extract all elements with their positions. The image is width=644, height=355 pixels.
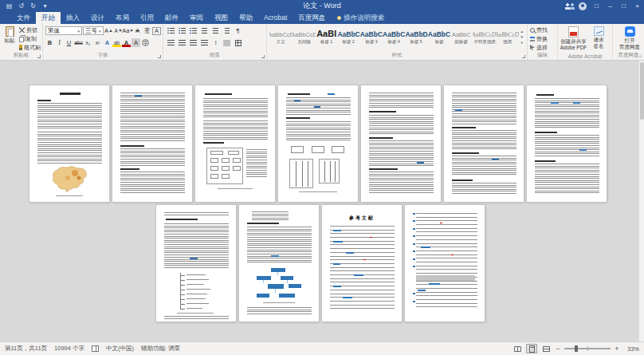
- scroll-up-icon[interactable]: ▲: [520, 30, 524, 34]
- font-name-select[interactable]: 宋体 ▾: [45, 26, 82, 35]
- paste-button[interactable]: 粘贴: [2, 26, 17, 52]
- page-8[interactable]: [156, 205, 236, 321]
- scroll-down-icon[interactable]: ▼: [520, 35, 524, 39]
- page-indicator[interactable]: 第11页，共11页: [5, 345, 47, 353]
- format-painter-button[interactable]: 格式刷: [19, 43, 41, 52]
- strikethrough-button[interactable]: abc: [74, 38, 83, 47]
- page-5[interactable]: [361, 85, 441, 202]
- tab-layout[interactable]: 布局: [110, 12, 135, 24]
- borders-button[interactable]: [233, 38, 243, 48]
- tab-acrobat[interactable]: Acrobat: [258, 12, 293, 24]
- zoom-slider[interactable]: [564, 348, 611, 349]
- page-4[interactable]: [278, 85, 358, 202]
- styles-dialog-launcher[interactable]: [522, 55, 525, 58]
- request-signatures-button[interactable]: 请求 签名: [587, 26, 611, 51]
- zoom-level[interactable]: 33%: [623, 345, 639, 353]
- restore-button[interactable]: □: [617, 0, 630, 12]
- shrink-font-button[interactable]: A: [114, 26, 123, 35]
- style-heading-5[interactable]: AaBbD 标题 5: [405, 27, 427, 45]
- bold-button[interactable]: B: [45, 38, 54, 47]
- page-3[interactable]: [195, 85, 275, 202]
- change-case-button[interactable]: Aa: [124, 26, 132, 35]
- character-border-button[interactable]: A: [152, 27, 161, 35]
- align-center-button[interactable]: [177, 38, 187, 48]
- tab-home[interactable]: 开始: [36, 12, 61, 24]
- select-button[interactable]: 选择: [530, 43, 556, 52]
- close-button[interactable]: ×: [630, 0, 644, 12]
- undo-icon[interactable]: ↺: [16, 0, 26, 12]
- style-heading-2[interactable]: AaBbC 标题 2: [337, 27, 359, 45]
- style-subtle-emphasis[interactable]: AaBbCcD 不明显强调: [473, 27, 496, 45]
- tab-view[interactable]: 视图: [209, 12, 234, 24]
- create-share-pdf-button[interactable]: 创建并共享 Adobe PDF: [560, 26, 587, 51]
- accessibility-status[interactable]: 辅助功能: 调查: [141, 345, 180, 353]
- character-shading-button[interactable]: A: [132, 38, 140, 47]
- style-no-spacing[interactable]: AaBbCcD 无间隔: [293, 27, 316, 45]
- save-icon[interactable]: ▤: [4, 0, 14, 12]
- clear-formatting-button[interactable]: A: [133, 26, 142, 35]
- font-dialog-launcher[interactable]: [158, 55, 161, 58]
- style-normal[interactable]: AaBbCcD 正文: [269, 27, 293, 45]
- decrease-indent-button[interactable]: [199, 26, 210, 36]
- increase-indent-button[interactable]: [210, 26, 221, 36]
- tell-me-search[interactable]: 操作说明搜索: [337, 12, 384, 24]
- italic-button[interactable]: I: [55, 38, 64, 47]
- sort-button[interactable]: [222, 26, 232, 36]
- tab-baidu-netdisk[interactable]: 百度网盘: [293, 12, 331, 24]
- tab-help[interactable]: 帮助: [234, 12, 258, 24]
- page-10[interactable]: 参考文献: [322, 205, 402, 321]
- customize-qat-icon[interactable]: ▾: [40, 0, 50, 12]
- tab-file[interactable]: 文件: [11, 12, 36, 24]
- minimize-button[interactable]: –: [603, 0, 617, 12]
- justify-button[interactable]: [199, 38, 210, 48]
- show-formatting-marks-button[interactable]: ¶: [233, 26, 243, 36]
- styles-gallery-scrollbar[interactable]: ▲ ▼ ▾: [519, 27, 526, 45]
- find-button[interactable]: 查找: [530, 26, 556, 34]
- zoom-out-button[interactable]: −: [555, 345, 561, 353]
- proofing-status-icon[interactable]: [92, 345, 99, 352]
- style-heading-3[interactable]: AaBbC 标题 3: [360, 27, 383, 45]
- style-title[interactable]: AaBbC 标题: [428, 27, 450, 45]
- style-heading-1[interactable]: AaBl 标题 1: [316, 27, 337, 45]
- gallery-more-icon[interactable]: ▾: [521, 41, 523, 45]
- font-size-select[interactable]: 三号 ▾: [83, 26, 104, 35]
- font-color-button[interactable]: A: [122, 38, 131, 47]
- grow-font-button[interactable]: A: [104, 26, 113, 35]
- ribbon-display-options-icon[interactable]: □: [590, 0, 603, 12]
- document-canvas[interactable]: 参考文献: [0, 61, 644, 341]
- shading-button[interactable]: [222, 38, 232, 48]
- text-highlight-button[interactable]: ab: [112, 38, 121, 47]
- paragraph-dialog-launcher[interactable]: [261, 55, 265, 58]
- page-1[interactable]: [29, 85, 109, 202]
- copy-button[interactable]: 复制: [19, 34, 41, 43]
- tab-review[interactable]: 审阅: [184, 12, 209, 24]
- text-effects-button[interactable]: A: [103, 38, 112, 47]
- page-7[interactable]: [527, 85, 607, 202]
- clipboard-dialog-launcher[interactable]: [37, 55, 41, 58]
- align-right-button[interactable]: [188, 38, 198, 48]
- style-emphasis[interactable]: AaBbCcD 强调: [496, 27, 519, 45]
- enclose-characters-button[interactable]: 字: [141, 38, 150, 47]
- avatar[interactable]: [579, 2, 587, 10]
- tab-references[interactable]: 引用: [135, 12, 159, 24]
- page-6[interactable]: [444, 85, 524, 202]
- subscript-button[interactable]: x₂: [84, 38, 92, 47]
- language-indicator[interactable]: 中文(中国): [106, 345, 134, 353]
- multilevel-list-button[interactable]: [188, 26, 198, 36]
- cut-button[interactable]: 剪切: [19, 26, 41, 34]
- style-heading-4[interactable]: AaBbC 标题 4: [383, 27, 405, 45]
- print-layout-button[interactable]: [526, 344, 537, 353]
- open-netdisk-button[interactable]: 打开 百度网盘: [615, 26, 644, 50]
- redo-icon[interactable]: ↻: [28, 0, 38, 12]
- tab-mailings[interactable]: 邮件: [159, 12, 184, 24]
- web-layout-button[interactable]: [540, 344, 552, 353]
- line-spacing-button[interactable]: ↕: [210, 38, 221, 48]
- tab-insert[interactable]: 插入: [61, 12, 85, 24]
- bullets-button[interactable]: [166, 26, 176, 36]
- underline-button[interactable]: U: [65, 38, 73, 47]
- align-left-button[interactable]: [166, 38, 176, 48]
- superscript-button[interactable]: x²: [93, 38, 102, 47]
- tab-design[interactable]: 设计: [85, 12, 110, 24]
- vertical-scrollbar[interactable]: [638, 61, 644, 341]
- style-subtitle[interactable]: AaBbC 副标题: [450, 27, 472, 45]
